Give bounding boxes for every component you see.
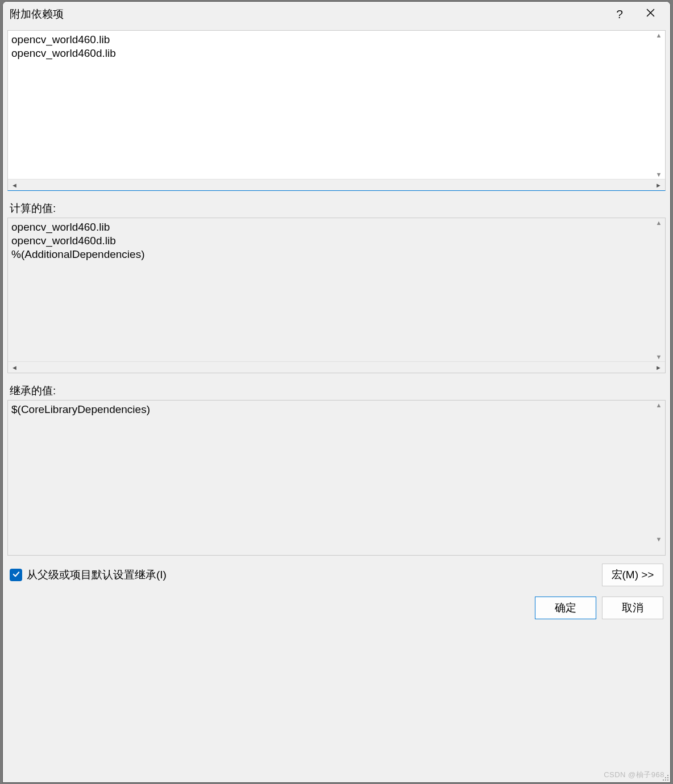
editor-hscrollbar[interactable]: ◄ ► [8, 179, 665, 190]
scroll-down-icon: ▼ [653, 352, 666, 361]
computed-panel: opencv_world460.lib opencv_world460d.lib… [7, 218, 666, 373]
resize-grip[interactable] [660, 773, 668, 781]
scroll-down-icon: ▼ [653, 535, 666, 544]
checkmark-icon [12, 569, 20, 581]
inherited-panel: $(CoreLibraryDependencies) ▲ ▼ [7, 400, 666, 556]
inherit-checkbox[interactable] [10, 569, 22, 581]
scroll-up-icon: ▲ [653, 218, 666, 227]
editor-vscrollbar[interactable]: ▲ ▼ [653, 31, 665, 179]
dialog-title: 附加依赖项 [10, 7, 604, 22]
additional-dependencies-dialog: 附加依赖项 ? ▲ ▼ ◄ ► 计算的值: opencv_world460.li [2, 1, 671, 783]
dialog-content: ▲ ▼ ◄ ► 计算的值: opencv_world460.lib opencv… [3, 30, 670, 619]
titlebar: 附加依赖项 ? [3, 2, 670, 27]
scroll-right-icon: ► [652, 363, 665, 372]
dependencies-input[interactable] [8, 31, 651, 176]
computed-vscrollbar[interactable]: ▲ ▼ [653, 218, 665, 361]
inherited-label: 继承的值: [10, 383, 666, 398]
scroll-up-icon: ▲ [653, 31, 666, 40]
inherit-checkbox-label[interactable]: 从父级或项目默认设置继承(I) [27, 568, 602, 582]
scroll-left-icon: ◄ [8, 363, 21, 372]
computed-value: opencv_world460.lib opencv_world460d.lib… [8, 218, 665, 361]
macros-button[interactable]: 宏(M) >> [602, 564, 663, 586]
help-icon: ? [616, 7, 623, 21]
inherited-value: $(CoreLibraryDependencies) [8, 401, 665, 555]
scroll-down-icon: ▼ [653, 170, 666, 179]
help-button[interactable]: ? [604, 2, 635, 27]
scroll-up-icon: ▲ [653, 401, 666, 410]
close-button[interactable] [635, 2, 666, 27]
dependencies-editor-wrap: ▲ ▼ ◄ ► [7, 30, 666, 191]
watermark: CSDN @柚子968 [604, 770, 664, 780]
computed-hscrollbar[interactable]: ◄ ► [8, 361, 665, 373]
scroll-right-icon: ► [652, 181, 665, 190]
ok-button[interactable]: 确定 [535, 597, 596, 619]
scroll-left-icon: ◄ [8, 181, 21, 190]
computed-label: 计算的值: [10, 201, 666, 216]
cancel-button[interactable]: 取消 [602, 597, 663, 619]
inherited-vscrollbar[interactable]: ▲ ▼ [653, 401, 665, 544]
dialog-buttons: 确定 取消 [7, 597, 666, 619]
inherit-row: 从父级或项目默认设置继承(I) 宏(M) >> [7, 564, 666, 586]
close-icon [646, 8, 655, 20]
